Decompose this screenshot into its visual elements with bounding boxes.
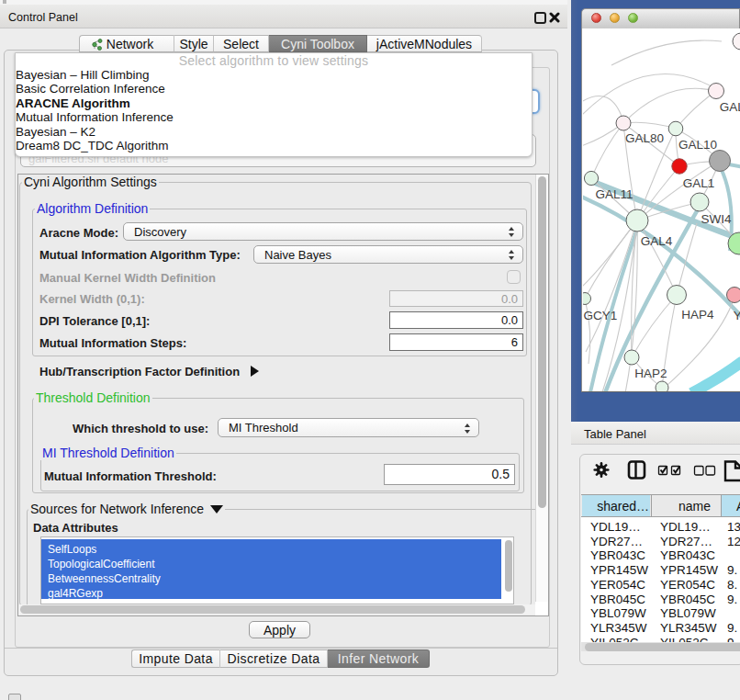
svg-text:GAL4: GAL4: [641, 234, 673, 248]
svg-text:YL: YL: [734, 309, 740, 322]
svg-text:SWI4: SWI4: [701, 212, 731, 226]
svg-text:GAL1: GAL1: [683, 176, 715, 190]
svg-text:GAL7: GAL7: [720, 100, 740, 114]
svg-text:HAP2: HAP2: [634, 367, 667, 380]
svg-text:GCY1: GCY1: [584, 309, 618, 322]
svg-text:GAL11: GAL11: [595, 187, 633, 201]
svg-text:GAL80: GAL80: [625, 131, 664, 145]
svg-text:HAP4: HAP4: [681, 308, 714, 322]
svg-text:GAL10: GAL10: [678, 138, 717, 152]
